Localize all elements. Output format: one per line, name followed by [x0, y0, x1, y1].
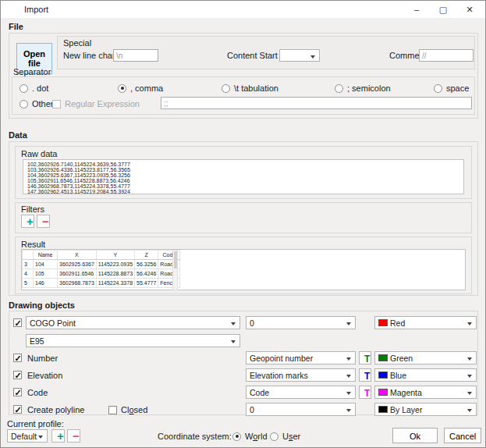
profile-value: Default — [11, 432, 37, 441]
cogo-style-select[interactable]: E95 — [26, 334, 240, 347]
cell-z: 56.3256 — [135, 260, 158, 269]
cell-name: 105 — [34, 269, 58, 279]
user-radio-circle[interactable] — [270, 432, 278, 441]
col-x: X — [58, 251, 97, 260]
remove-filter-button[interactable]: − — [37, 215, 50, 228]
radio-tabulation[interactable]: \t tabulation — [222, 83, 278, 94]
code-checkbox[interactable] — [13, 388, 22, 396]
radio-tabulation-label: \t tabulation — [234, 84, 278, 93]
current-profile-label: Current profile: — [7, 418, 64, 429]
number-color-value: Green — [390, 354, 413, 363]
chevron-down-icon — [467, 409, 472, 412]
radio-dot-circle[interactable] — [20, 84, 28, 93]
separator-pattern-input[interactable] — [161, 97, 472, 109]
code-style-value: Code — [250, 388, 269, 397]
maximize-icon[interactable]: ▢ — [431, 1, 455, 18]
separator-group-label: Separator — [13, 66, 51, 77]
text-icon: T — [364, 388, 370, 399]
radio-comma-label: , comma — [130, 84, 163, 93]
radio-other[interactable]: Other — [20, 98, 54, 109]
cogo-color-value: Red — [390, 318, 405, 328]
code-color-value: Magenta — [390, 388, 422, 397]
minimize-icon[interactable]: – — [405, 1, 428, 18]
col-y: Y — [96, 251, 134, 260]
user-radio[interactable]: User — [270, 431, 300, 442]
radio-dot[interactable]: . dot — [20, 83, 48, 94]
close-icon[interactable]: ✕ — [458, 1, 481, 18]
number-color-select[interactable]: Green — [374, 351, 477, 364]
chevron-down-icon — [310, 55, 315, 59]
create-polyline-checkbox[interactable] — [13, 405, 22, 414]
closed-checkbox[interactable]: Closed — [108, 404, 147, 415]
elevation-checkbox[interactable] — [13, 371, 22, 379]
cell-y: 1145223.0935 — [96, 260, 134, 269]
new-line-char-label: New line char — [63, 50, 115, 61]
world-radio[interactable]: World — [232, 431, 268, 442]
radio-comma-circle[interactable] — [118, 84, 126, 93]
closed-checkbox-box[interactable] — [108, 406, 117, 414]
regular-expression-checkbox[interactable]: Regular Expression — [52, 98, 140, 109]
world-radio-circle[interactable] — [232, 432, 241, 441]
file-section-title: File — [9, 22, 23, 31]
cogo-point-checkbox[interactable] — [13, 318, 22, 327]
radio-other-circle[interactable] — [20, 100, 28, 108]
add-filter-button[interactable]: + — [21, 215, 34, 228]
number-checkbox[interactable] — [13, 354, 22, 362]
cell-z: 56.4246 — [135, 269, 158, 279]
result-scrollbar[interactable] — [172, 250, 178, 290]
remove-profile-button[interactable]: − — [67, 429, 80, 443]
cogo-color-select[interactable]: Red — [374, 316, 477, 329]
radio-space[interactable]: space — [434, 83, 469, 94]
cogo-layer-select[interactable]: 0 — [246, 316, 356, 329]
elevation-style-select[interactable]: Elevation marks — [246, 368, 356, 382]
result-row[interactable]: 5 146 3602968.7873 1145224.3378 55.4777 … — [23, 279, 180, 288]
radio-semicolon-circle[interactable] — [335, 84, 343, 93]
code-style-select[interactable]: Code — [246, 386, 356, 399]
result-area: Name X Y Z Code 3 104 3602925.6367 11452… — [21, 249, 466, 290]
raw-data-textarea[interactable]: 102,3602926.7140,1145224.3639,56.3777 10… — [23, 159, 464, 194]
polyline-color-select[interactable]: By Layer — [374, 403, 477, 416]
code-color-select[interactable]: Magenta — [374, 386, 477, 399]
radio-tabulation-circle[interactable] — [222, 84, 230, 93]
ok-button[interactable]: Ok — [392, 428, 438, 443]
result-scrollbar-thumb[interactable] — [174, 251, 177, 268]
color-swatch — [378, 406, 388, 413]
profile-select[interactable]: Default — [7, 429, 48, 443]
elevation-color-select[interactable]: Blue — [374, 368, 477, 382]
elevation-text-style-button[interactable]: T — [359, 368, 371, 382]
regular-expression-box[interactable] — [52, 100, 61, 108]
world-radio-label: World — [245, 432, 268, 441]
code-text-style-button[interactable]: T — [359, 386, 371, 399]
user-radio-label: User — [282, 432, 300, 441]
chevron-down-icon — [467, 357, 472, 361]
code-label: Code — [27, 387, 48, 398]
minus-icon: − — [73, 429, 80, 443]
radio-other-label: Other — [32, 99, 54, 108]
radio-space-circle[interactable] — [434, 84, 442, 93]
content-start-line-select[interactable] — [279, 49, 320, 62]
cancel-button[interactable]: Cancel — [444, 428, 481, 443]
plus-icon: + — [27, 215, 34, 228]
cogo-type-value: COGO Point — [30, 318, 76, 328]
radio-comma[interactable]: , comma — [118, 83, 163, 94]
minus-icon: − — [42, 215, 49, 228]
row-number: 4 — [23, 269, 34, 279]
text-icon: T — [364, 354, 370, 364]
radio-semicolon[interactable]: ; semicolon — [335, 83, 391, 94]
chevron-down-icon — [346, 392, 351, 395]
number-text-style-button[interactable]: T — [359, 351, 371, 364]
number-style-select[interactable]: Geopoint number — [246, 351, 356, 364]
cogo-type-select[interactable]: COGO Point — [26, 316, 240, 329]
new-line-char-input[interactable] — [113, 49, 158, 62]
comment-input[interactable] — [419, 49, 474, 62]
add-profile-button[interactable]: + — [51, 429, 65, 443]
data-section-title: Data — [9, 130, 27, 140]
col-z: Z — [135, 251, 158, 260]
create-polyline-label: Create polyline — [27, 404, 84, 415]
cell-y: 1145228.8873 — [96, 269, 134, 279]
polyline-layer-select[interactable]: 0 — [246, 403, 356, 416]
polyline-layer-value: 0 — [250, 405, 254, 414]
result-row[interactable]: 4 105 3602911.6546 1145228.8873 56.4246 … — [23, 269, 180, 279]
result-row[interactable]: 3 104 3602925.6367 1145223.0935 56.3256 … — [23, 260, 180, 269]
result-table: Name X Y Z Code 3 104 3602925.6367 11452… — [22, 250, 180, 288]
